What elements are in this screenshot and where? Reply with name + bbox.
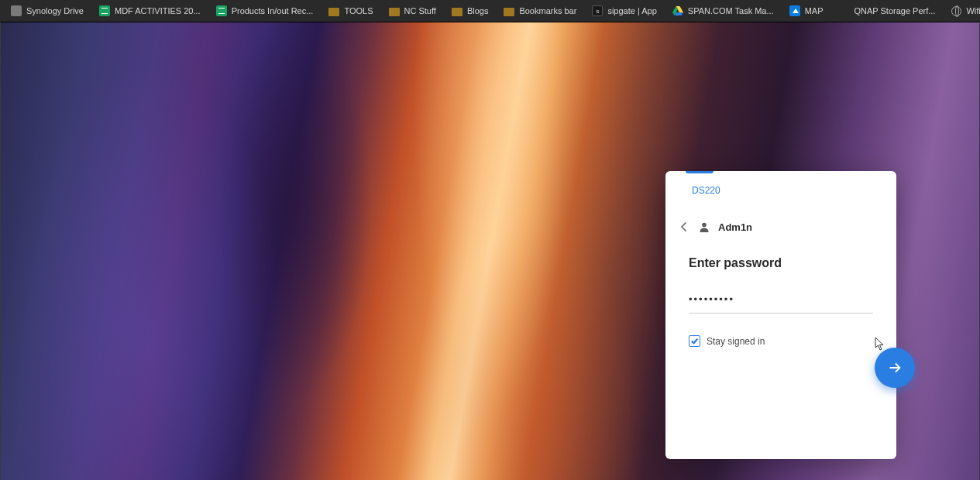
bookmark-mdf-activities[interactable]: MDF ACTIVITIES 20...	[93, 3, 207, 19]
stay-signed-in-checkbox[interactable]	[689, 335, 700, 347]
bookmark-label: MAP	[805, 6, 824, 15]
bookmark-label: Bookmarks bar	[519, 6, 576, 15]
bookmark-map[interactable]: MAP	[783, 3, 830, 19]
user-icon	[698, 221, 710, 233]
accent-bar	[686, 171, 714, 173]
drive-icon	[672, 5, 683, 16]
password-input[interactable]	[689, 289, 873, 314]
bookmark-bookmarks-bar[interactable]: Bookmarks bar	[497, 3, 583, 19]
bookmark-label: sipgate | App	[607, 6, 656, 15]
stay-signed-in-row: Stay signed in	[665, 317, 896, 347]
bookmark-label: Synology Drive	[26, 6, 84, 15]
page-icon	[838, 5, 849, 16]
bookmark-synology-drive[interactable]: Synology Drive	[5, 3, 90, 19]
folder-icon	[328, 5, 339, 16]
login-card: DS220 Adm1n Enter password Stay signed i…	[665, 171, 896, 459]
svg-point-3	[702, 223, 707, 228]
stay-signed-in-label[interactable]: Stay signed in	[707, 336, 765, 347]
bookmark-qnap-storage[interactable]: QNAP Storage Perf...	[832, 3, 941, 19]
submit-button[interactable]	[875, 348, 915, 388]
sipgate-icon: s	[592, 5, 603, 16]
bookmark-span-task[interactable]: SPAN.COM Task Ma...	[666, 3, 780, 19]
bookmark-products-in-out[interactable]: Products In/out Rec...	[210, 3, 320, 19]
bookmark-label: Wifi Router Netgea...	[966, 6, 980, 15]
sheets-icon	[99, 5, 110, 16]
folder-icon	[452, 5, 462, 16]
folder-icon	[389, 5, 400, 16]
map-icon	[789, 5, 800, 16]
desktop-background: DS220 Adm1n Enter password Stay signed i…	[0, 22, 980, 480]
app-icon	[11, 5, 22, 16]
back-icon[interactable]	[678, 221, 690, 233]
bookmark-label: TOOLS	[344, 6, 373, 15]
bookmark-label: Blogs	[467, 6, 489, 15]
bookmark-blogs[interactable]: Blogs	[445, 3, 495, 19]
password-field-wrap	[665, 270, 896, 317]
sheets-icon	[216, 5, 227, 16]
bookmark-label: NC Stuff	[404, 6, 436, 15]
user-row: Adm1n	[665, 196, 896, 233]
login-heading: Enter password	[665, 233, 896, 270]
bookmark-wifi-router[interactable]: Wifi Router Netgea...	[944, 3, 980, 19]
bookmark-nc-stuff[interactable]: NC Stuff	[383, 3, 442, 19]
bookmark-label: Products In/out Rec...	[232, 6, 314, 15]
username-label: Adm1n	[718, 221, 752, 233]
bookmark-tools[interactable]: TOOLS	[322, 3, 379, 19]
device-name: DS220	[665, 171, 896, 196]
bookmark-sipgate[interactable]: ssipgate | App	[586, 3, 662, 19]
bookmarks-bar: Synology DriveMDF ACTIVITIES 20...Produc…	[0, 0, 980, 22]
bookmark-label: MDF ACTIVITIES 20...	[115, 6, 201, 15]
folder-icon	[504, 5, 514, 16]
bookmark-label: QNAP Storage Perf...	[854, 6, 935, 15]
globe-icon	[951, 5, 961, 16]
bookmark-label: SPAN.COM Task Ma...	[688, 6, 774, 15]
